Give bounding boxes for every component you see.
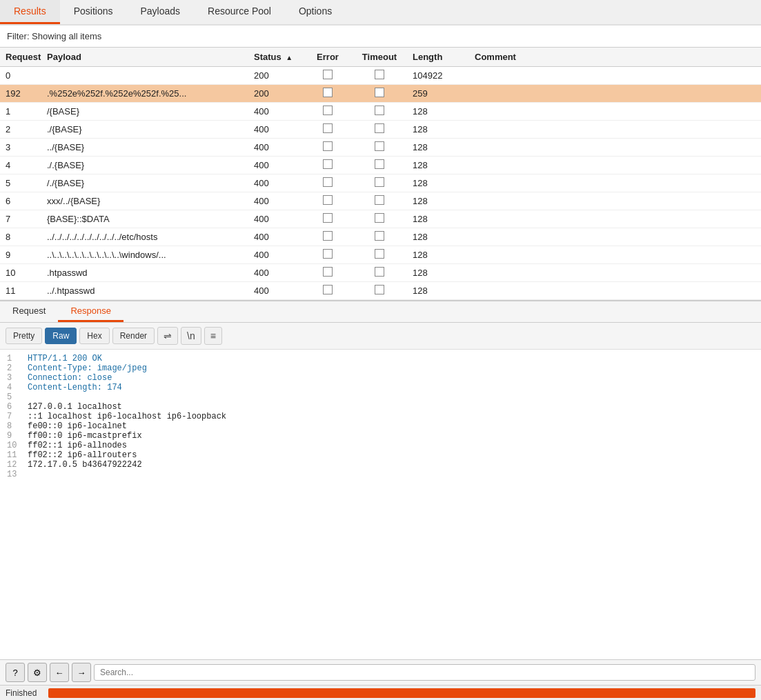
view-btn-hex[interactable]: Hex <box>79 328 109 344</box>
cell-payload <box>41 67 248 85</box>
forward-button[interactable]: → <box>72 663 91 682</box>
response-line: 13 <box>7 470 754 479</box>
cell-comment <box>469 121 761 139</box>
cell-payload: ..\..\..\..\..\..\..\..\..\..\windows/..… <box>41 246 248 264</box>
table-header-row: Request Payload Status ▲ Error Timeout L… <box>0 48 761 67</box>
cell-length: 128 <box>407 210 469 228</box>
line-text: ff02::1 ip6-allnodes <box>28 441 127 450</box>
panel-tabs: Request Response <box>0 301 761 323</box>
table-row[interactable]: 10.htpasswd400128 <box>0 264 761 282</box>
cell-request: 8 <box>0 228 41 246</box>
cell-error <box>304 103 352 121</box>
cell-error <box>304 210 352 228</box>
filter-icon-btn[interactable]: ⇌ <box>157 327 178 345</box>
table-row[interactable]: 192.%252e%252f.%252e%252f.%25...200259 <box>0 85 761 103</box>
cell-request: 2 <box>0 121 41 139</box>
cell-request: 6 <box>0 192 41 210</box>
results-table: Request Payload Status ▲ Error Timeout L… <box>0 48 761 300</box>
back-button[interactable]: ← <box>50 663 69 682</box>
panel-tab-request[interactable]: Request <box>0 301 58 322</box>
menu-icon-btn[interactable]: ≡ <box>204 327 222 345</box>
view-btn-pretty[interactable]: Pretty <box>6 328 42 344</box>
line-number: 6 <box>7 402 28 412</box>
line-number: 5 <box>7 392 28 402</box>
table-row[interactable]: 1/{BASE}400128 <box>0 103 761 121</box>
col-header-payload: Payload <box>41 48 248 67</box>
cell-error <box>304 85 352 103</box>
cell-timeout <box>352 139 407 157</box>
view-btn-raw[interactable]: Raw <box>45 328 77 344</box>
col-header-status[interactable]: Status ▲ <box>248 48 304 67</box>
progress-bar-fill <box>48 688 755 698</box>
results-table-wrap: Request Payload Status ▲ Error Timeout L… <box>0 48 761 301</box>
cell-payload: ./{BASE} <box>41 121 248 139</box>
cell-status: 200 <box>248 67 304 85</box>
panel-tab-response[interactable]: Response <box>58 301 123 322</box>
line-text: Connection: close <box>28 373 112 383</box>
newline-icon-btn[interactable]: \n <box>181 327 201 345</box>
cell-error <box>304 174 352 192</box>
cell-length: 128 <box>407 192 469 210</box>
status-bar: Finished <box>0 685 761 700</box>
col-header-comment: Comment <box>469 48 761 67</box>
cell-payload: {BASE}::$DATA <box>41 210 248 228</box>
cell-status: 400 <box>248 174 304 192</box>
table-row[interactable]: 3../{BASE}400128 <box>0 139 761 157</box>
table-row[interactable]: 7{BASE}::$DATA400128 <box>0 210 761 228</box>
response-line: 7::1 localhost ip6-localhost ip6-loopbac… <box>7 412 754 421</box>
cell-request: 0 <box>0 67 41 85</box>
top-tab-options[interactable]: Options <box>285 0 346 24</box>
cell-length: 128 <box>407 246 469 264</box>
cell-comment <box>469 139 761 157</box>
cell-length: 128 <box>407 174 469 192</box>
cell-status: 400 <box>248 246 304 264</box>
cell-timeout <box>352 103 407 121</box>
cell-timeout <box>352 282 407 300</box>
line-text: HTTP/1.1 200 OK <box>28 354 102 363</box>
table-row[interactable]: 5/./{BASE}400128 <box>0 174 761 192</box>
top-tab-positions[interactable]: Positions <box>60 0 127 24</box>
cell-length: 128 <box>407 139 469 157</box>
cell-status: 400 <box>248 282 304 300</box>
top-tab-results[interactable]: Results <box>0 0 60 24</box>
response-line: 6127.0.0.1 localhost <box>7 402 754 412</box>
cell-request: 1 <box>0 103 41 121</box>
line-text: Content-Length: 174 <box>28 383 122 392</box>
search-input[interactable] <box>94 664 755 681</box>
sort-arrow-icon: ▲ <box>286 54 293 61</box>
help-button[interactable]: ? <box>6 663 25 682</box>
table-row[interactable]: 4./.{BASE}400128 <box>0 157 761 174</box>
cell-request: 5 <box>0 174 41 192</box>
cell-length: 128 <box>407 103 469 121</box>
top-tab-payloads[interactable]: Payloads <box>127 0 195 24</box>
view-btn-render[interactable]: Render <box>112 328 155 344</box>
settings-button[interactable]: ⚙ <box>28 663 47 682</box>
cell-timeout <box>352 174 407 192</box>
top-tab-resource-pool[interactable]: Resource Pool <box>194 0 285 24</box>
cell-request: 192 <box>0 85 41 103</box>
cell-payload: /./{BASE} <box>41 174 248 192</box>
cell-timeout <box>352 121 407 139</box>
cell-error <box>304 192 352 210</box>
cell-request: 11 <box>0 282 41 300</box>
table-row[interactable]: 8../../../../../../../../../../etc/hosts… <box>0 228 761 246</box>
table-row[interactable]: 2./{BASE}400128 <box>0 121 761 139</box>
top-tabs: ResultsPositionsPayloadsResource PoolOpt… <box>0 0 761 26</box>
cell-status: 400 <box>248 121 304 139</box>
cell-timeout <box>352 264 407 282</box>
cell-payload: .htpasswd <box>41 264 248 282</box>
col-header-error: Error <box>304 48 352 67</box>
cell-request: 7 <box>0 210 41 228</box>
table-row[interactable]: 11../.htpasswd400128 <box>0 282 761 300</box>
cell-request: 9 <box>0 246 41 264</box>
table-row[interactable]: 0200104922 <box>0 67 761 85</box>
cell-comment <box>469 210 761 228</box>
response-line: 4Content-Length: 174 <box>7 383 754 392</box>
status-label: Finished <box>0 688 48 698</box>
cell-length: 259 <box>407 85 469 103</box>
cell-status: 400 <box>248 210 304 228</box>
cell-status: 400 <box>248 192 304 210</box>
table-row[interactable]: 9..\..\..\..\..\..\..\..\..\..\windows/.… <box>0 246 761 264</box>
table-row[interactable]: 6xxx/../{BASE}400128 <box>0 192 761 210</box>
cell-comment <box>469 67 761 85</box>
